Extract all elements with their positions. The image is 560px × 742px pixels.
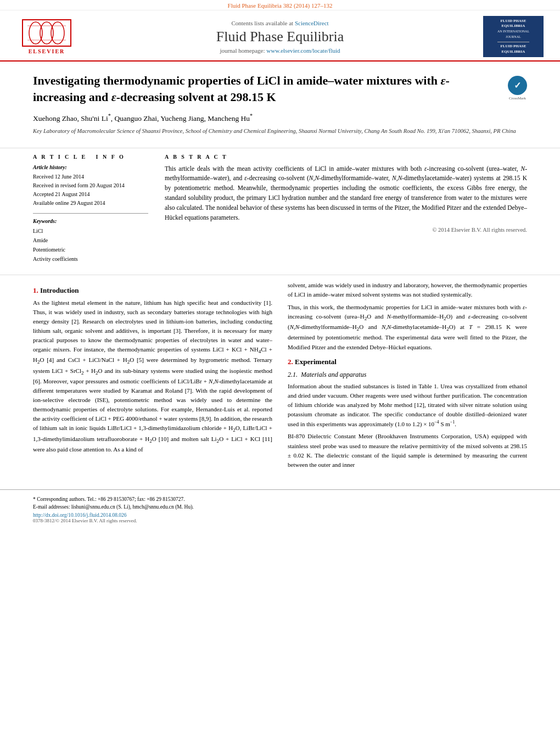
journal-title-header: Fluid Phase Equilibria xyxy=(77,29,483,45)
article-history-block: Article history: Received 12 June 2014 R… xyxy=(33,164,148,208)
journal-logo: FLUID PHASEEQUILIBRIAAN INTERNATIONALJOU… xyxy=(483,16,544,57)
issn-line: 0378-3812/© 2014 Elsevier B.V. All right… xyxy=(33,518,527,523)
page-header: ELSEVIER Contents lists available at Sci… xyxy=(0,10,560,62)
abstract-col: A B S T R A C T This article deals with … xyxy=(165,154,527,264)
keywords-block: Keywords: LiCl Amide Potentiometric Acti… xyxy=(33,218,148,264)
body-section: 1. Introduction As the lightest metal el… xyxy=(0,275,560,484)
copyright-line: © 2014 Elsevier B.V. All rights reserved… xyxy=(165,227,527,233)
experimental-heading: 2. Experimental xyxy=(288,358,527,366)
footnote-corresponding: * Corresponding authors. Tel.: +86 29 81… xyxy=(33,495,527,503)
right-body-col: solvent, amide was widely used in indust… xyxy=(288,281,527,473)
top-bar: Fluid Phase Equilibria 382 (2014) 127–13… xyxy=(0,0,560,10)
exp-num: 2. xyxy=(288,358,295,366)
elsevier-wordmark: ELSEVIER xyxy=(29,48,65,54)
history-label: Article history: xyxy=(33,164,148,170)
accepted-date: Accepted 21 August 2014 xyxy=(33,190,148,199)
elsevier-logo-container: ELSEVIER xyxy=(16,19,77,54)
right-para-2: Thus, in this work, the thermodynamic pr… xyxy=(288,303,527,352)
crossmark-logo: ✓ CrossMark xyxy=(508,76,527,95)
elsevier-logo-box xyxy=(22,19,71,47)
right-para-1: solvent, amide was widely used in indust… xyxy=(288,281,527,299)
article-info-col: A R T I C L E I N F O Article history: R… xyxy=(33,154,148,264)
revised-date: Received in revised form 20 August 2014 xyxy=(33,181,148,190)
authors-line: Xuehong Zhao, Shu'ni Li*, Quanguo Zhai, … xyxy=(33,113,527,123)
journal-homepage-line: journal homepage: www.elsevier.com/locat… xyxy=(77,47,483,54)
paper-header-section: Investigating thermodynamic properties o… xyxy=(0,62,560,148)
intro-para-1: As the lightest metal element in the nat… xyxy=(33,298,272,454)
article-info-label: A R T I C L E I N F O xyxy=(33,154,148,160)
keyword-amide: Amide xyxy=(33,236,148,245)
footnote-emails: E-mail addresses: lishuni@snnu.edu.cn (S… xyxy=(33,503,527,511)
homepage-url[interactable]: www.elsevier.com/locate/fluid xyxy=(266,47,340,54)
abstract-label: A B S T R A C T xyxy=(165,154,527,160)
doi-link[interactable]: http://dx.doi.org/10.1016/j.fluid.2014.0… xyxy=(33,512,527,518)
keywords-label: Keywords: xyxy=(33,218,148,224)
materials-subheading: 2.1. Materials and apparatus xyxy=(288,371,527,379)
affiliation-line: Key Laboratory of Macromolecular Science… xyxy=(33,127,527,136)
sciencedirect-link[interactable]: ScienceDirect xyxy=(295,20,329,26)
divider-1 xyxy=(33,213,148,214)
keyword-potentiometric: Potentiometric xyxy=(33,245,148,254)
intro-heading: 1. Introduction xyxy=(33,286,272,295)
intro-num: 1. xyxy=(33,286,40,294)
contents-line: Contents lists available at ScienceDirec… xyxy=(77,20,483,26)
journal-header-center: Contents lists available at ScienceDirec… xyxy=(77,20,483,54)
paper-title: Investigating thermodynamic properties o… xyxy=(33,72,500,105)
body-two-col: 1. Introduction As the lightest metal el… xyxy=(33,281,527,473)
left-body-col: 1. Introduction As the lightest metal el… xyxy=(33,281,272,473)
journal-reference: Fluid Phase Equilibria 382 (2014) 127–13… xyxy=(228,2,333,9)
logo-text: FLUID PHASEEQUILIBRIAAN INTERNATIONALJOU… xyxy=(497,19,529,55)
info-abstract-section: A R T I C L E I N F O Article history: R… xyxy=(0,148,560,275)
received-date: Received 12 June 2014 xyxy=(33,172,148,181)
abstract-text: This article deals with the mean activit… xyxy=(165,164,527,223)
keyword-licl: LiCl xyxy=(33,226,148,236)
exp-para-2: BI-870 Dielectric Constant Meter (Brookh… xyxy=(288,432,527,469)
keyword-activity: Activity coefficients xyxy=(33,254,148,264)
exp-para-1: Information about the studied substances… xyxy=(288,382,527,429)
crossmark-circle: ✓ xyxy=(508,76,527,95)
available-date: Available online 29 August 2014 xyxy=(33,199,148,208)
footer-section: * Corresponding authors. Tel.: +86 29 81… xyxy=(0,489,560,528)
